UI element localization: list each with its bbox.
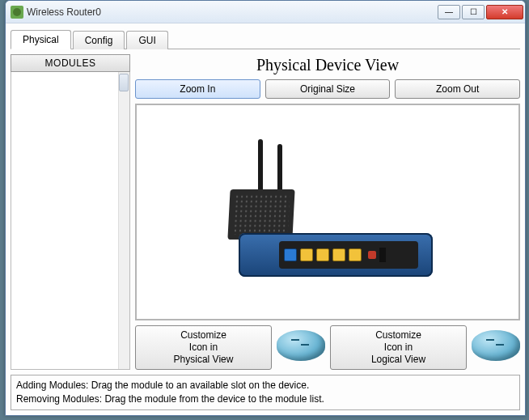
wan-port[interactable] (284, 248, 297, 261)
tab-physical[interactable]: Physical (11, 30, 71, 49)
main-panel: Physical Device View Zoom In Original Si… (135, 54, 520, 370)
window-buttons: — ☐ ✕ (436, 5, 523, 19)
lan-port-3[interactable] (332, 248, 345, 261)
original-size-button[interactable]: Original Size (265, 79, 391, 99)
window-title: Wireless Router0 (27, 6, 101, 18)
app-icon (11, 6, 23, 19)
app-window: Wireless Router0 — ☐ ✕ Physical Config G… (5, 0, 526, 416)
wifi-panel-icon (227, 189, 294, 240)
maximize-button[interactable]: ☐ (462, 5, 485, 19)
scrollbar-thumb[interactable] (119, 74, 129, 91)
close-icon: ✕ (501, 8, 508, 16)
router-icon (277, 325, 325, 363)
lan-port-2[interactable] (316, 248, 329, 261)
lan-port-4[interactable] (349, 248, 362, 261)
tab-gui[interactable]: GUI (126, 31, 167, 49)
tab-body: MODULES Physical Device View Zoom In Ori… (11, 49, 520, 370)
zoom-row: Zoom In Original Size Zoom Out (135, 79, 520, 99)
lan-port-1[interactable] (300, 248, 313, 261)
page-title: Physical Device View (135, 56, 520, 74)
power-port[interactable] (379, 248, 386, 262)
close-button[interactable]: ✕ (486, 5, 523, 19)
customize-physical-button[interactable]: Customize Icon in Physical View (135, 325, 272, 370)
tab-list: Physical Config GUI (11, 28, 520, 49)
scrollbar-track[interactable] (118, 72, 129, 369)
customize-row: Customize Icon in Physical View Customiz… (135, 325, 520, 370)
sidebar: MODULES (11, 54, 130, 370)
router-device[interactable] (222, 139, 433, 285)
router-backpanel (279, 241, 418, 269)
reset-button[interactable] (368, 251, 376, 259)
zoom-in-button[interactable]: Zoom In (135, 79, 260, 99)
customize-logical-button[interactable]: Customize Icon in Logical View (330, 325, 467, 370)
minimize-button[interactable]: — (438, 5, 460, 19)
maximize-icon: ☐ (470, 8, 477, 16)
titlebar[interactable]: Wireless Router0 — ☐ ✕ (6, 1, 525, 23)
tab-config[interactable]: Config (73, 31, 125, 49)
minimize-icon: — (445, 8, 453, 16)
client-area: Physical Config GUI MODULES Physical Dev… (6, 23, 525, 415)
router-chassis (239, 233, 433, 277)
help-line-1: Adding Modules: Drag the module to an av… (16, 379, 514, 392)
help-line-2: Removing Modules: Drag the module from t… (16, 392, 514, 406)
help-text: Adding Modules: Drag the module to an av… (11, 375, 520, 410)
router-icon (472, 325, 520, 363)
modules-list[interactable] (11, 72, 130, 370)
modules-header[interactable]: MODULES (11, 54, 130, 72)
device-view[interactable] (135, 104, 520, 320)
zoom-out-button[interactable]: Zoom Out (395, 79, 520, 99)
